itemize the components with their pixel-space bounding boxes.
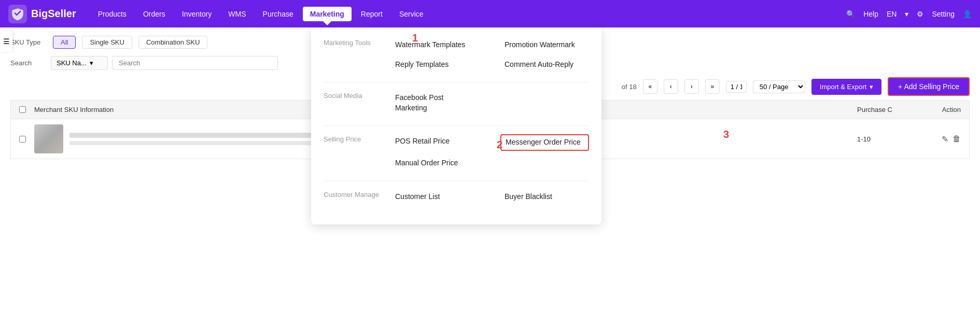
dropdown-item-watermark-templates[interactable]: Watermark Templates [391,38,480,52]
logo-text: BigSeller [31,8,76,20]
dropdown-item-customer-list[interactable]: Customer List [391,190,480,204]
dropdown-item-buyer-blacklist[interactable]: Buyer Blacklist [500,190,589,204]
search-label: Search [10,59,47,67]
nav-marketing[interactable]: Marketing [303,7,352,21]
navbar-right: 🔍 Help EN ▾ ⚙ Setting 👤 [846,10,972,18]
divider-3 [324,181,589,181]
sku-all-btn[interactable]: All [53,36,76,49]
marketing-dropdown: Marketing Tools Watermark Templates Prom… [311,27,601,224]
help-text[interactable]: Help [863,10,878,18]
dropdown-item-messenger-order[interactable]: Messenger Order Price [500,134,589,151]
section-label-marketing-tools: Marketing Tools [324,38,391,47]
delete-icon[interactable]: 🗑 [953,134,961,144]
page-last-btn[interactable]: » [705,79,720,94]
logo-icon [8,5,27,23]
setting-icon: ⚙ [917,10,923,18]
per-page-select[interactable]: 50 / Page 100 / Page [753,80,805,93]
help-icon: 🔍 [846,10,855,18]
menu-icon: ☰ [3,37,10,46]
search-field-select[interactable]: SKU Na... ▾ [51,56,108,70]
divider-1 [324,82,589,82]
col-action-header: Action [919,106,961,114]
badge-1: 1 [412,32,418,44]
dropdown-item-promotion-watermark[interactable]: Promotion Watermark [500,38,589,52]
pagination-total: of 18 [622,83,637,91]
nav-inventory[interactable]: Inventory [175,7,219,21]
dropdown-item-manual-order[interactable]: Manual Order Price [391,156,480,171]
page-first-btn[interactable]: « [643,79,657,94]
col-purchase-header: Purchase C [857,106,919,114]
nav-wms[interactable]: WMS [221,7,253,21]
nav-purchase[interactable]: Purchase [256,7,301,21]
lang-selector[interactable]: EN [887,10,897,18]
import-export-button[interactable]: Import & Export ▾ [811,79,881,95]
product-thumbnail [34,124,63,153]
dropdown-section-social-media: Social Media Facebook Post Marketing [324,91,589,115]
row-checkbox[interactable] [19,136,26,143]
nav-items: Products Orders Inventory WMS Purchase M… [91,7,846,21]
product-image [34,124,63,153]
nav-products[interactable]: Products [91,7,134,21]
sku-combination-btn[interactable]: Combination SKU [138,36,207,49]
sku-type-label: SKU Type [10,38,47,46]
nav-service[interactable]: Service [392,7,431,21]
dropdown-section-marketing-tools: Marketing Tools Watermark Templates Prom… [324,38,589,72]
dropdown-item-pos-retail[interactable]: POS Retail Price [391,134,480,151]
search-select-label: SKU Na... [57,59,87,67]
nav-report[interactable]: Report [354,7,390,21]
user-avatar-icon[interactable]: 👤 [963,10,972,18]
badge-3: 3 [723,129,729,140]
sku-single-btn[interactable]: Single SKU [82,36,132,49]
add-selling-price-button[interactable]: + Add Selling Price [888,77,970,96]
row-actions: ✎ 🗑 [919,134,961,144]
badge-2: 2 [497,139,502,151]
search-input[interactable] [112,56,278,70]
page-input[interactable] [726,81,747,93]
lang-chevron-icon: ▾ [905,10,908,18]
edit-icon[interactable]: ✎ [942,134,948,144]
search-select-chevron: ▾ [90,59,93,67]
select-all-checkbox[interactable] [19,106,26,113]
purchase-cost-value: 1-10 [857,135,919,143]
divider-2 [324,125,589,126]
page-next-btn[interactable]: › [684,79,699,94]
setting-text[interactable]: Setting [932,10,955,18]
dropdown-section-selling-price: Selling Price POS Retail Price Messenger… [324,134,589,170]
section-label-social-media: Social Media [324,91,391,100]
dropdown-item-reply-templates[interactable]: Reply Templates [391,58,480,72]
dropdown-item-facebook-post[interactable]: Facebook Post Marketing [391,91,480,115]
import-export-chevron-icon: ▾ [870,83,873,91]
section-label-customer-manage: Customer Manage [324,190,391,198]
section-label-selling-price: Selling Price [324,134,391,143]
sidebar-toggle[interactable]: ☰ [0,31,12,52]
navbar: BigSeller Products Orders Inventory WMS … [0,0,980,27]
dropdown-section-customer-manage: Customer Manage Customer List Buyer Blac… [324,190,589,204]
logo[interactable]: BigSeller [8,5,76,23]
dropdown-item-comment-auto-reply[interactable]: Comment Auto-Reply [500,58,589,72]
page-prev-btn[interactable]: ‹ [664,79,678,94]
nav-orders[interactable]: Orders [136,7,173,21]
